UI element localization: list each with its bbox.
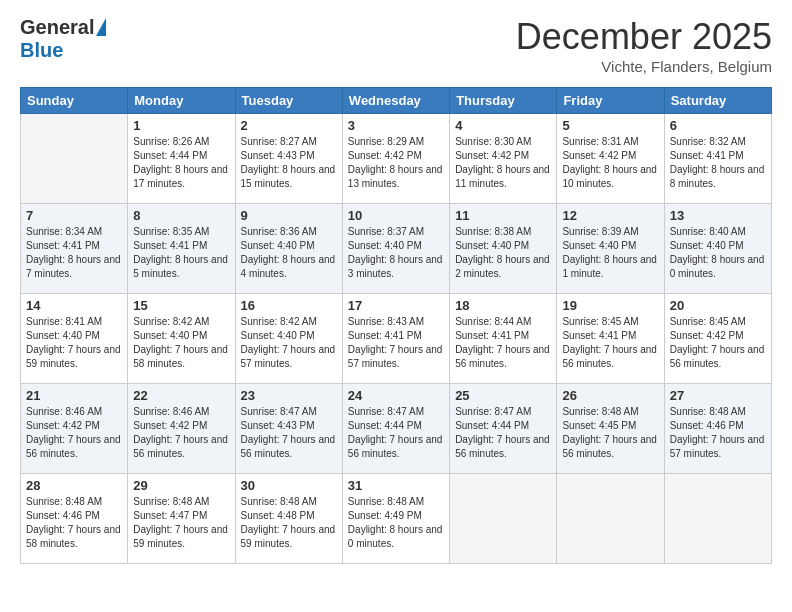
table-row: 1Sunrise: 8:26 AMSunset: 4:44 PMDaylight… <box>128 114 235 204</box>
table-row: 2Sunrise: 8:27 AMSunset: 4:43 PMDaylight… <box>235 114 342 204</box>
calendar-week-row: 14Sunrise: 8:41 AMSunset: 4:40 PMDayligh… <box>21 294 772 384</box>
month-title: December 2025 <box>516 16 772 58</box>
col-wednesday: Wednesday <box>342 88 449 114</box>
day-info: Sunrise: 8:46 AMSunset: 4:42 PMDaylight:… <box>26 405 122 461</box>
table-row: 11Sunrise: 8:38 AMSunset: 4:40 PMDayligh… <box>450 204 557 294</box>
table-row: 24Sunrise: 8:47 AMSunset: 4:44 PMDayligh… <box>342 384 449 474</box>
calendar-week-row: 21Sunrise: 8:46 AMSunset: 4:42 PMDayligh… <box>21 384 772 474</box>
col-saturday: Saturday <box>664 88 771 114</box>
day-info: Sunrise: 8:48 AMSunset: 4:47 PMDaylight:… <box>133 495 229 551</box>
table-row: 14Sunrise: 8:41 AMSunset: 4:40 PMDayligh… <box>21 294 128 384</box>
day-number: 7 <box>26 208 122 223</box>
day-number: 3 <box>348 118 444 133</box>
day-info: Sunrise: 8:27 AMSunset: 4:43 PMDaylight:… <box>241 135 337 191</box>
day-number: 4 <box>455 118 551 133</box>
day-info: Sunrise: 8:38 AMSunset: 4:40 PMDaylight:… <box>455 225 551 281</box>
day-info: Sunrise: 8:35 AMSunset: 4:41 PMDaylight:… <box>133 225 229 281</box>
table-row <box>450 474 557 564</box>
day-info: Sunrise: 8:36 AMSunset: 4:40 PMDaylight:… <box>241 225 337 281</box>
table-row: 10Sunrise: 8:37 AMSunset: 4:40 PMDayligh… <box>342 204 449 294</box>
table-row: 28Sunrise: 8:48 AMSunset: 4:46 PMDayligh… <box>21 474 128 564</box>
day-info: Sunrise: 8:39 AMSunset: 4:40 PMDaylight:… <box>562 225 658 281</box>
day-info: Sunrise: 8:48 AMSunset: 4:46 PMDaylight:… <box>670 405 766 461</box>
logo-general-text: General <box>20 16 94 39</box>
day-info: Sunrise: 8:44 AMSunset: 4:41 PMDaylight:… <box>455 315 551 371</box>
day-number: 23 <box>241 388 337 403</box>
table-row: 26Sunrise: 8:48 AMSunset: 4:45 PMDayligh… <box>557 384 664 474</box>
table-row: 13Sunrise: 8:40 AMSunset: 4:40 PMDayligh… <box>664 204 771 294</box>
table-row: 30Sunrise: 8:48 AMSunset: 4:48 PMDayligh… <box>235 474 342 564</box>
day-info: Sunrise: 8:41 AMSunset: 4:40 PMDaylight:… <box>26 315 122 371</box>
day-info: Sunrise: 8:34 AMSunset: 4:41 PMDaylight:… <box>26 225 122 281</box>
day-number: 13 <box>670 208 766 223</box>
calendar-week-row: 1Sunrise: 8:26 AMSunset: 4:44 PMDaylight… <box>21 114 772 204</box>
day-info: Sunrise: 8:48 AMSunset: 4:45 PMDaylight:… <box>562 405 658 461</box>
table-row: 7Sunrise: 8:34 AMSunset: 4:41 PMDaylight… <box>21 204 128 294</box>
logo-blue-text: Blue <box>20 39 63 62</box>
day-number: 12 <box>562 208 658 223</box>
day-number: 1 <box>133 118 229 133</box>
day-number: 11 <box>455 208 551 223</box>
day-info: Sunrise: 8:47 AMSunset: 4:43 PMDaylight:… <box>241 405 337 461</box>
day-info: Sunrise: 8:45 AMSunset: 4:41 PMDaylight:… <box>562 315 658 371</box>
logo: General Blue <box>20 16 106 62</box>
day-number: 26 <box>562 388 658 403</box>
day-info: Sunrise: 8:37 AMSunset: 4:40 PMDaylight:… <box>348 225 444 281</box>
day-number: 10 <box>348 208 444 223</box>
day-number: 25 <box>455 388 551 403</box>
day-info: Sunrise: 8:48 AMSunset: 4:48 PMDaylight:… <box>241 495 337 551</box>
table-row: 12Sunrise: 8:39 AMSunset: 4:40 PMDayligh… <box>557 204 664 294</box>
day-info: Sunrise: 8:29 AMSunset: 4:42 PMDaylight:… <box>348 135 444 191</box>
day-info: Sunrise: 8:32 AMSunset: 4:41 PMDaylight:… <box>670 135 766 191</box>
header: General Blue December 2025 Vichte, Fland… <box>20 16 772 75</box>
table-row <box>21 114 128 204</box>
day-number: 20 <box>670 298 766 313</box>
day-number: 5 <box>562 118 658 133</box>
calendar-header-row: Sunday Monday Tuesday Wednesday Thursday… <box>21 88 772 114</box>
day-info: Sunrise: 8:40 AMSunset: 4:40 PMDaylight:… <box>670 225 766 281</box>
table-row: 3Sunrise: 8:29 AMSunset: 4:42 PMDaylight… <box>342 114 449 204</box>
table-row: 22Sunrise: 8:46 AMSunset: 4:42 PMDayligh… <box>128 384 235 474</box>
col-sunday: Sunday <box>21 88 128 114</box>
table-row: 21Sunrise: 8:46 AMSunset: 4:42 PMDayligh… <box>21 384 128 474</box>
day-number: 9 <box>241 208 337 223</box>
day-number: 19 <box>562 298 658 313</box>
logo-triangle-icon <box>96 18 106 36</box>
table-row: 18Sunrise: 8:44 AMSunset: 4:41 PMDayligh… <box>450 294 557 384</box>
table-row: 5Sunrise: 8:31 AMSunset: 4:42 PMDaylight… <box>557 114 664 204</box>
day-info: Sunrise: 8:42 AMSunset: 4:40 PMDaylight:… <box>133 315 229 371</box>
calendar-week-row: 7Sunrise: 8:34 AMSunset: 4:41 PMDaylight… <box>21 204 772 294</box>
table-row: 31Sunrise: 8:48 AMSunset: 4:49 PMDayligh… <box>342 474 449 564</box>
col-thursday: Thursday <box>450 88 557 114</box>
table-row: 19Sunrise: 8:45 AMSunset: 4:41 PMDayligh… <box>557 294 664 384</box>
day-info: Sunrise: 8:46 AMSunset: 4:42 PMDaylight:… <box>133 405 229 461</box>
day-number: 8 <box>133 208 229 223</box>
day-number: 15 <box>133 298 229 313</box>
day-number: 22 <box>133 388 229 403</box>
day-number: 6 <box>670 118 766 133</box>
day-number: 29 <box>133 478 229 493</box>
table-row: 20Sunrise: 8:45 AMSunset: 4:42 PMDayligh… <box>664 294 771 384</box>
day-number: 17 <box>348 298 444 313</box>
day-number: 18 <box>455 298 551 313</box>
table-row <box>664 474 771 564</box>
day-info: Sunrise: 8:48 AMSunset: 4:49 PMDaylight:… <box>348 495 444 551</box>
day-info: Sunrise: 8:42 AMSunset: 4:40 PMDaylight:… <box>241 315 337 371</box>
table-row: 17Sunrise: 8:43 AMSunset: 4:41 PMDayligh… <box>342 294 449 384</box>
day-info: Sunrise: 8:47 AMSunset: 4:44 PMDaylight:… <box>348 405 444 461</box>
table-row: 29Sunrise: 8:48 AMSunset: 4:47 PMDayligh… <box>128 474 235 564</box>
day-info: Sunrise: 8:45 AMSunset: 4:42 PMDaylight:… <box>670 315 766 371</box>
table-row: 9Sunrise: 8:36 AMSunset: 4:40 PMDaylight… <box>235 204 342 294</box>
day-number: 28 <box>26 478 122 493</box>
location-subtitle: Vichte, Flanders, Belgium <box>516 58 772 75</box>
table-row: 23Sunrise: 8:47 AMSunset: 4:43 PMDayligh… <box>235 384 342 474</box>
day-number: 27 <box>670 388 766 403</box>
day-number: 31 <box>348 478 444 493</box>
day-number: 24 <box>348 388 444 403</box>
day-info: Sunrise: 8:43 AMSunset: 4:41 PMDaylight:… <box>348 315 444 371</box>
table-row: 25Sunrise: 8:47 AMSunset: 4:44 PMDayligh… <box>450 384 557 474</box>
calendar-week-row: 28Sunrise: 8:48 AMSunset: 4:46 PMDayligh… <box>21 474 772 564</box>
day-number: 30 <box>241 478 337 493</box>
table-row: 6Sunrise: 8:32 AMSunset: 4:41 PMDaylight… <box>664 114 771 204</box>
col-friday: Friday <box>557 88 664 114</box>
